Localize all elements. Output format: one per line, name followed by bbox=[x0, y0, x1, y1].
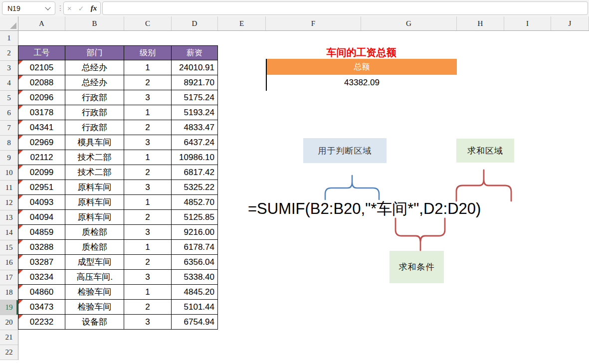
cell-department[interactable]: 高压车间. bbox=[65, 270, 124, 285]
cell-level[interactable]: 3 bbox=[124, 135, 172, 150]
formula-bar-input[interactable] bbox=[102, 1, 588, 15]
column-header-D[interactable]: D bbox=[172, 16, 218, 30]
cell-department[interactable]: 质检部 bbox=[65, 240, 124, 255]
cell-employee-id[interactable]: 03473 bbox=[18, 300, 65, 315]
cancel-icon[interactable]: × bbox=[67, 4, 72, 12]
cell-employee-id[interactable]: 03288 bbox=[18, 240, 65, 255]
row-header-8[interactable]: 8 bbox=[0, 136, 18, 151]
column-header-J[interactable]: J bbox=[551, 16, 589, 30]
cell-salary[interactable]: 6178.74 bbox=[172, 240, 218, 255]
cell-salary[interactable]: 24010.91 bbox=[172, 60, 218, 75]
row-header-5[interactable]: 5 bbox=[0, 91, 18, 106]
chevron-down-icon[interactable] bbox=[45, 4, 50, 10]
cell-employee-id[interactable]: 04860 bbox=[18, 285, 65, 300]
cell-salary[interactable]: 9216.00 bbox=[172, 225, 218, 240]
cell-salary[interactable]: 6437.24 bbox=[172, 135, 218, 150]
cell-salary[interactable]: 6754.94 bbox=[172, 315, 218, 330]
cell-employee-id[interactable]: 04094 bbox=[18, 210, 65, 225]
cell-department[interactable]: 技术二部 bbox=[65, 165, 124, 180]
row-header-9[interactable]: 9 bbox=[0, 151, 18, 166]
cell-department[interactable]: 行政部 bbox=[65, 90, 124, 105]
column-header-G[interactable]: G bbox=[361, 16, 457, 30]
cell-salary[interactable]: 4852.70 bbox=[172, 195, 218, 210]
row-header-3[interactable]: 3 bbox=[0, 61, 18, 76]
total-value-cell[interactable]: 43382.09 bbox=[266, 75, 457, 91]
row-header-19[interactable]: 19 bbox=[0, 300, 18, 315]
cell-level[interactable]: 2 bbox=[124, 75, 172, 90]
cell-level[interactable]: 1 bbox=[124, 150, 172, 165]
row-header-7[interactable]: 7 bbox=[0, 121, 18, 136]
cell-level[interactable]: 1 bbox=[124, 105, 172, 120]
cell-department[interactable]: 检验车间 bbox=[65, 285, 124, 300]
cell-level[interactable]: 3 bbox=[124, 315, 172, 330]
cell-salary[interactable]: 5175.24 bbox=[172, 90, 218, 105]
row-header-4[interactable]: 4 bbox=[0, 76, 18, 91]
cell-salary[interactable]: 6817.42 bbox=[172, 165, 218, 180]
cell-salary[interactable]: 5101.44 bbox=[172, 300, 218, 315]
select-all-corner[interactable] bbox=[0, 16, 18, 31]
cell-department[interactable]: 行政部 bbox=[65, 105, 124, 120]
cell-employee-id[interactable]: 04341 bbox=[18, 120, 65, 135]
cell-department[interactable]: 检验车间 bbox=[65, 300, 124, 315]
cell-department[interactable]: 行政部 bbox=[65, 120, 124, 135]
cell-department[interactable]: 技术二部 bbox=[65, 150, 124, 165]
cell-level[interactable]: 1 bbox=[124, 195, 172, 210]
column-header-H[interactable]: H bbox=[457, 16, 504, 30]
cell-level[interactable]: 3 bbox=[124, 180, 172, 195]
cell-employee-id[interactable]: 02951 bbox=[18, 180, 65, 195]
cell-level[interactable]: 1 bbox=[124, 240, 172, 255]
row-header-21[interactable]: 21 bbox=[0, 330, 18, 345]
row-header-6[interactable]: 6 bbox=[0, 106, 18, 121]
table-header-cell[interactable]: 级别 bbox=[124, 46, 172, 60]
cell-level[interactable]: 1 bbox=[124, 60, 172, 75]
cell-employee-id[interactable]: 02099 bbox=[18, 165, 65, 180]
cell-employee-id[interactable]: 03178 bbox=[18, 105, 65, 120]
cell-level[interactable]: 2 bbox=[124, 165, 172, 180]
cell-department[interactable]: 模具车间 bbox=[65, 135, 124, 150]
cell-department[interactable]: 原料车间 bbox=[65, 195, 124, 210]
cell-salary[interactable]: 5325.22 bbox=[172, 180, 218, 195]
cell-employee-id[interactable]: 02112 bbox=[18, 150, 65, 165]
cell-salary[interactable]: 5338.40 bbox=[172, 270, 218, 285]
cell-department[interactable]: 原料车间 bbox=[65, 210, 124, 225]
column-header-E[interactable]: E bbox=[218, 16, 266, 30]
cell-employee-id[interactable]: 03287 bbox=[18, 255, 65, 270]
row-header-10[interactable]: 10 bbox=[0, 166, 18, 181]
cell-salary[interactable]: 4833.47 bbox=[172, 120, 218, 135]
cell-employee-id[interactable]: 04093 bbox=[18, 195, 65, 210]
row-header-16[interactable]: 16 bbox=[0, 255, 18, 270]
column-header-I[interactable]: I bbox=[504, 16, 551, 30]
name-box[interactable]: N19 bbox=[2, 1, 55, 15]
cell-department[interactable]: 设备部 bbox=[65, 315, 124, 330]
cell-level[interactable]: 3 bbox=[124, 225, 172, 240]
cell-employee-id[interactable]: 02096 bbox=[18, 90, 65, 105]
column-header-F[interactable]: F bbox=[266, 16, 361, 30]
cell-employee-id[interactable]: 02105 bbox=[18, 60, 65, 75]
cell-department[interactable]: 质检部 bbox=[65, 225, 124, 240]
cell-employee-id[interactable]: 03234 bbox=[18, 270, 65, 285]
cell-level[interactable]: 3 bbox=[124, 90, 172, 105]
table-header-cell[interactable]: 工号 bbox=[18, 46, 65, 60]
row-header-11[interactable]: 11 bbox=[0, 181, 18, 195]
row-header-13[interactable]: 13 bbox=[0, 210, 18, 225]
row-header-12[interactable]: 12 bbox=[0, 195, 18, 210]
cell-salary[interactable]: 5193.24 bbox=[172, 105, 218, 120]
row-header-22[interactable]: 22 bbox=[0, 345, 18, 360]
enter-icon[interactable]: ✓ bbox=[78, 4, 84, 12]
cell-level[interactable]: 2 bbox=[124, 210, 172, 225]
column-header-B[interactable]: B bbox=[65, 16, 124, 30]
cell-salary[interactable]: 10986.10 bbox=[172, 150, 218, 165]
row-header-17[interactable]: 17 bbox=[0, 270, 18, 285]
row-header-14[interactable]: 14 bbox=[0, 225, 18, 240]
column-header-A[interactable]: A bbox=[18, 16, 65, 30]
cell-employee-id[interactable]: 02232 bbox=[18, 315, 65, 330]
cell-employee-id[interactable]: 04859 bbox=[18, 225, 65, 240]
cell-level[interactable]: 2 bbox=[124, 300, 172, 315]
table-header-cell[interactable]: 部门 bbox=[65, 46, 124, 60]
total-header-cell[interactable]: 总额 bbox=[266, 59, 457, 75]
row-header-18[interactable]: 18 bbox=[0, 285, 18, 300]
cell-employee-id[interactable]: 02969 bbox=[18, 135, 65, 150]
cell-department[interactable]: 总经办 bbox=[65, 75, 124, 90]
cell-level[interactable]: 2 bbox=[124, 120, 172, 135]
cell-department[interactable]: 原料车间 bbox=[65, 180, 124, 195]
